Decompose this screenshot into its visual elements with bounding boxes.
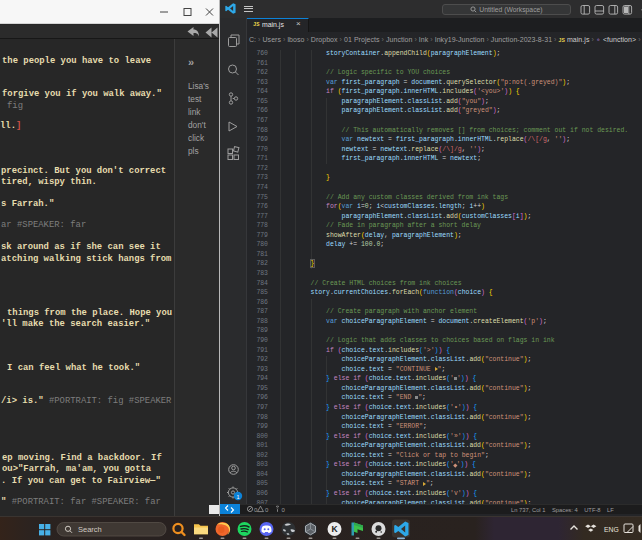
svg-text:Search: Search (78, 525, 102, 534)
svg-text:0: 0 (265, 507, 269, 513)
svg-text:K: K (331, 524, 338, 534)
svg-text:0: 0 (282, 507, 286, 513)
svg-text:1: 1 (236, 493, 239, 499)
svg-text:ENG: ENG (604, 526, 619, 533)
